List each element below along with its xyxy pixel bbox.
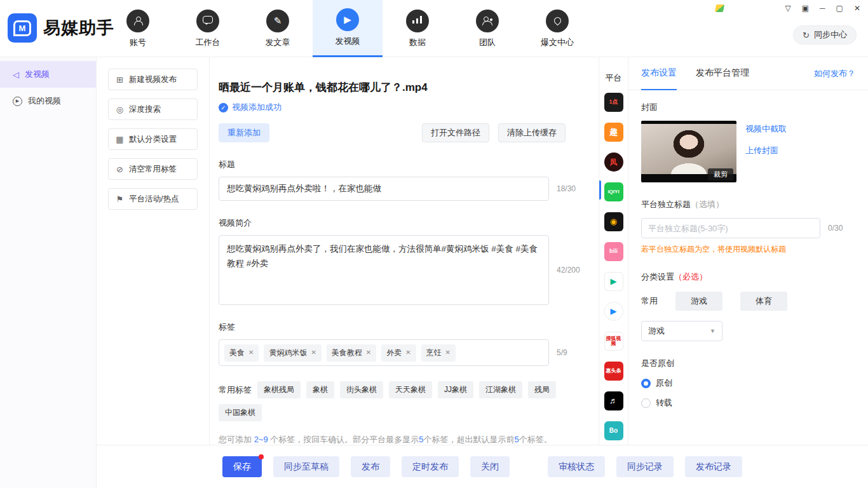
common-tag[interactable]: 象棋	[306, 381, 334, 398]
open-file-path-button[interactable]: 打开文件路径	[422, 123, 489, 142]
clear-upload-cache-button[interactable]: 清除上传缓存	[498, 123, 566, 142]
video-description-textarea[interactable]: 想吃黄焖鸡别再点外卖了，我们在家也能做，方法很简单#黄焖鸡米饭 #美食 #美食教…	[219, 235, 549, 305]
capture-from-video-link[interactable]: 视频中截取	[745, 123, 787, 135]
extension-icon[interactable]	[714, 4, 724, 12]
nav-publish-video[interactable]: ▶ 发视频	[313, 0, 383, 57]
remove-tag-icon[interactable]: ✕	[445, 349, 451, 356]
sidebar-item-my-videos[interactable]: ▶ 我的视频	[0, 88, 96, 114]
panel-icon[interactable]: ▣	[802, 4, 809, 12]
nav-hot-center[interactable]: 爆文中心	[522, 0, 592, 57]
team-icon	[476, 10, 499, 32]
play-glyph: ▶	[344, 14, 351, 25]
tag-chip[interactable]: 黄焖鸡米饭✕	[264, 344, 321, 362]
radio-repost-control[interactable]	[641, 398, 651, 408]
common-tag[interactable]: 江湖象棋	[479, 381, 522, 398]
remove-tag-icon[interactable]: ✕	[248, 349, 254, 356]
sidebar-my-videos-label: 我的视频	[28, 95, 61, 107]
close-button[interactable]: ✕	[854, 4, 860, 12]
tags-input-box[interactable]: 美食✕ 黄焖鸡米饭✕ 美食教程✕ 外卖✕ 烹饪✕	[219, 339, 549, 366]
independent-title-counter: 0/30	[828, 224, 843, 233]
nav-team[interactable]: 团队	[452, 0, 522, 57]
independent-title-input[interactable]	[641, 218, 820, 238]
sync-to-draft-button[interactable]: 同步至草稿	[273, 456, 339, 477]
platform-strip-label: 平台	[606, 72, 622, 84]
maximize-button[interactable]: ▢	[836, 4, 843, 12]
nav-data[interactable]: 数据	[383, 0, 452, 57]
category-settings-label: 分类设置（必选）	[641, 271, 855, 283]
category-chip-sports[interactable]: 体育	[740, 292, 787, 311]
tab-publish-settings[interactable]: 发布设置	[641, 57, 677, 90]
crop-badge[interactable]: 裁剪	[708, 168, 733, 180]
sync-records-button[interactable]: 同步记录	[616, 456, 674, 477]
left-sidebar: ◁ 发视频 ▶ 我的视频	[0, 57, 97, 488]
cover-thumbnail[interactable]: 裁剪	[641, 121, 736, 182]
sync-center-button[interactable]: ↻ 同步中心	[793, 25, 857, 44]
close-editor-button[interactable]: 关闭	[470, 456, 510, 477]
common-tag[interactable]: 天天象棋	[389, 381, 432, 398]
new-video-publish-button[interactable]: ⊞ 新建视频发布	[108, 69, 198, 90]
title-char-counter: 18/30	[557, 184, 576, 193]
how-to-publish-link[interactable]: 如何发布？	[814, 68, 855, 79]
platform-activity-button[interactable]: ⚑ 平台活动/热点	[108, 188, 198, 210]
platform-icon-bobo[interactable]: Bo	[604, 421, 623, 440]
platform-icon-tencent-video[interactable]: ▶	[604, 302, 623, 321]
common-tag[interactable]: JJ象棋	[438, 381, 473, 398]
platform-icon-huitoutiao[interactable]: 惠头条	[604, 362, 623, 381]
default-category-button[interactable]: ▦ 默认分类设置	[108, 128, 198, 150]
nav-workbench[interactable]: 工作台	[173, 0, 243, 57]
common-tag[interactable]: 街头象棋	[340, 381, 383, 398]
nav-publish-article[interactable]: ✎ 发文章	[243, 0, 313, 57]
platform-icon-haokan[interactable]: ▶	[604, 272, 623, 291]
upload-cover-link[interactable]: 上传封面	[745, 145, 787, 156]
user-icon	[126, 10, 149, 32]
chart-icon	[406, 10, 429, 32]
filter-icon[interactable]: ▽	[785, 4, 791, 12]
video-title-input[interactable]	[219, 177, 549, 201]
tag-chip[interactable]: 美食教程✕	[327, 344, 376, 362]
common-tag[interactable]: 中国象棋	[219, 404, 262, 421]
scheduled-publish-button[interactable]: 定时发布	[402, 456, 459, 477]
publish-button[interactable]: 发布	[351, 456, 390, 477]
nav-account[interactable]: 账号	[103, 0, 173, 57]
platform-icon-douyin[interactable]: ♬	[604, 391, 623, 410]
remove-tag-icon[interactable]: ✕	[311, 349, 316, 356]
radio-repost[interactable]: 转载	[641, 397, 698, 409]
common-tag[interactable]: 残局	[528, 381, 556, 398]
publish-records-button[interactable]: 发布记录	[685, 456, 742, 477]
tab-platform-management[interactable]: 发布平台管理	[696, 57, 749, 90]
remove-tag-icon[interactable]: ✕	[405, 349, 410, 356]
upload-status-text: 视频添加成功	[232, 102, 281, 113]
save-button[interactable]: 保存	[222, 456, 262, 477]
category-chip-game[interactable]: 游戏	[675, 292, 722, 311]
platform-icon-sohu-video[interactable]: 搜狐视频	[604, 332, 623, 351]
readd-button[interactable]: 重新添加	[219, 123, 269, 142]
platform-icon-huya[interactable]: ◉	[604, 212, 623, 231]
nav-team-label: 团队	[479, 37, 496, 48]
radio-original-control[interactable]	[641, 379, 651, 388]
remove-tag-icon[interactable]: ✕	[366, 349, 371, 356]
megaphone-icon: ◁	[13, 71, 19, 79]
flag-icon: ⚑	[115, 194, 125, 204]
sidebar-item-publish-video[interactable]: ◁ 发视频	[0, 61, 96, 88]
radio-original[interactable]: 原创	[641, 377, 698, 389]
tag-chip[interactable]: 烹饪✕	[421, 344, 456, 362]
tags-counter: 5/9	[557, 348, 567, 357]
tag-chip[interactable]: 美食✕	[224, 344, 259, 362]
platform-icon-fenghuang[interactable]: 凤	[604, 152, 623, 172]
review-status-button[interactable]: 审核状态	[548, 456, 605, 477]
common-tag[interactable]: 象棋残局	[257, 381, 301, 398]
play-icon: ▶	[336, 8, 359, 31]
platform-icon-iqiyi[interactable]: iQIYI	[604, 182, 623, 201]
refresh-icon: ↻	[803, 30, 810, 40]
platform-icon-qutoutiao[interactable]: 趣	[604, 123, 623, 142]
top-navigation: 账号 工作台 ✎ 发文章 ▶ 发视频 数据 团队 爆文中心	[103, 0, 592, 57]
tag-chip[interactable]: 外卖✕	[381, 344, 416, 362]
category-select[interactable]: 游戏 ▼	[641, 321, 722, 341]
tag-text: 美食	[229, 348, 245, 358]
clear-icon: ⊘	[115, 165, 125, 174]
platform-icon-bilibili[interactable]: bili	[604, 242, 623, 261]
minimize-button[interactable]: ─	[820, 4, 825, 12]
clear-common-tags-button[interactable]: ⊘ 清空常用标签	[108, 158, 198, 180]
deep-search-button[interactable]: ◎ 深度搜索	[108, 98, 198, 120]
platform-icon-yidian[interactable]: 1点	[604, 93, 623, 112]
